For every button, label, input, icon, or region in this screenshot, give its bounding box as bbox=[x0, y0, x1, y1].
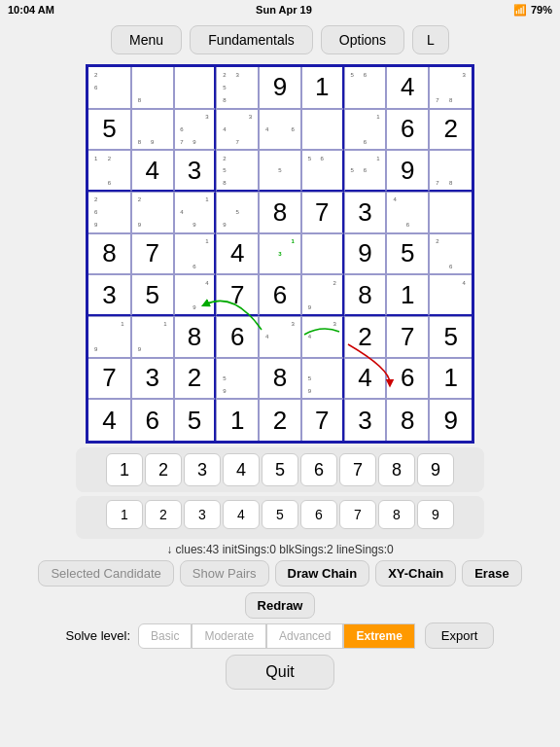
num-btn-small-1[interactable]: 1 bbox=[106, 500, 143, 529]
num-btn-small-4[interactable]: 4 bbox=[223, 500, 260, 529]
sudoku-cell-r0c4[interactable]: 9 bbox=[259, 67, 301, 109]
sudoku-cell-r3c7[interactable]: 46 bbox=[386, 192, 429, 233]
level-extreme-button[interactable]: Extreme bbox=[343, 623, 414, 649]
sudoku-cell-r0c1[interactable]: 8 bbox=[131, 67, 174, 109]
sudoku-cell-r4c5[interactable] bbox=[301, 233, 344, 275]
sudoku-cell-r3c2[interactable]: 149 bbox=[174, 192, 217, 233]
sudoku-cell-r5c1[interactable]: 5 bbox=[131, 274, 174, 316]
sudoku-cell-r5c7[interactable]: 1 bbox=[386, 274, 429, 316]
sudoku-cell-r6c6[interactable]: 2 bbox=[344, 316, 387, 358]
num-btn-small-9[interactable]: 9 bbox=[417, 500, 454, 529]
sudoku-cell-r4c7[interactable]: 5 bbox=[386, 233, 429, 275]
sudoku-cell-r5c5[interactable]: 29 bbox=[301, 274, 344, 316]
level-button[interactable]: L bbox=[412, 25, 449, 54]
sudoku-cell-r7c2[interactable]: 2 bbox=[174, 358, 217, 400]
num-btn-large-9[interactable]: 9 bbox=[417, 453, 454, 486]
sudoku-cell-r4c3[interactable]: 4 bbox=[216, 233, 259, 275]
sudoku-cell-r7c6[interactable]: 4 bbox=[344, 358, 387, 400]
num-btn-large-8[interactable]: 8 bbox=[378, 453, 415, 486]
sudoku-cell-r8c3[interactable]: 1 bbox=[216, 399, 259, 441]
sudoku-cell-r2c0[interactable]: 126 bbox=[88, 150, 131, 192]
sudoku-cell-r4c8[interactable]: 26 bbox=[429, 233, 472, 275]
sudoku-cell-r1c3[interactable]: 347 bbox=[216, 109, 259, 151]
sudoku-cell-r6c3[interactable]: 6 bbox=[216, 316, 259, 358]
sudoku-cell-r2c7[interactable]: 9 bbox=[386, 150, 429, 192]
num-btn-large-2[interactable]: 2 bbox=[145, 453, 182, 486]
sudoku-cell-r8c1[interactable]: 6 bbox=[131, 399, 174, 441]
sudoku-cell-r8c5[interactable]: 7 bbox=[301, 399, 344, 441]
sudoku-cell-r0c8[interactable]: 378 bbox=[429, 67, 472, 109]
show-pairs-button[interactable]: Show Pairs bbox=[180, 560, 269, 587]
selected-candidate-button[interactable]: Selected Candidate bbox=[38, 560, 173, 587]
sudoku-cell-r0c3[interactable]: 2358 bbox=[216, 67, 259, 109]
num-btn-small-2[interactable]: 2 bbox=[145, 500, 182, 529]
level-advanced-button[interactable]: Advanced bbox=[266, 623, 343, 649]
sudoku-cell-r3c4[interactable]: 8 bbox=[259, 192, 301, 233]
sudoku-cell-r5c4[interactable]: 6 bbox=[259, 274, 301, 316]
sudoku-cell-r8c0[interactable]: 4 bbox=[88, 399, 131, 441]
sudoku-cell-r1c8[interactable]: 2 bbox=[429, 109, 472, 151]
sudoku-cell-r6c4[interactable]: 34 bbox=[259, 316, 301, 358]
num-btn-large-5[interactable]: 5 bbox=[262, 453, 298, 486]
sudoku-cell-r2c4[interactable]: 5 bbox=[259, 150, 301, 192]
sudoku-cell-r4c1[interactable]: 7 bbox=[131, 233, 174, 275]
redraw-button[interactable]: Redraw bbox=[245, 592, 316, 619]
sudoku-cell-r7c3[interactable]: 59 bbox=[216, 358, 259, 400]
sudoku-cell-r7c1[interactable]: 3 bbox=[131, 358, 174, 400]
num-btn-small-8[interactable]: 8 bbox=[378, 500, 415, 529]
num-btn-small-7[interactable]: 7 bbox=[339, 500, 376, 529]
sudoku-cell-r8c6[interactable]: 3 bbox=[344, 399, 387, 441]
sudoku-cell-r2c3[interactable]: 258 bbox=[216, 150, 259, 192]
sudoku-cell-r5c8[interactable]: 4 bbox=[429, 274, 472, 316]
sudoku-cell-r2c8[interactable]: 78 bbox=[429, 150, 472, 192]
sudoku-cell-r1c1[interactable]: 89 bbox=[131, 109, 174, 151]
sudoku-cell-r2c1[interactable]: 4 bbox=[131, 150, 174, 192]
sudoku-cell-r6c1[interactable]: 19 bbox=[131, 316, 174, 358]
sudoku-cell-r1c4[interactable]: 46 bbox=[259, 109, 301, 151]
sudoku-cell-r0c0[interactable]: 26 bbox=[88, 67, 131, 109]
draw-chain-button[interactable]: Draw Chain bbox=[275, 560, 370, 587]
sudoku-cell-r6c2[interactable]: 8 bbox=[174, 316, 217, 358]
sudoku-cell-r3c5[interactable]: 7 bbox=[301, 192, 344, 233]
xy-chain-button[interactable]: XY-Chain bbox=[375, 560, 456, 587]
sudoku-cell-r2c2[interactable]: 3 bbox=[174, 150, 217, 192]
sudoku-cell-r6c5[interactable]: 34 bbox=[301, 316, 344, 358]
num-btn-large-6[interactable]: 6 bbox=[300, 453, 337, 486]
sudoku-cell-r8c8[interactable]: 9 bbox=[429, 399, 472, 441]
sudoku-cell-r8c4[interactable]: 2 bbox=[259, 399, 301, 441]
sudoku-cell-r5c3[interactable]: 7 bbox=[216, 274, 259, 316]
sudoku-cell-r3c0[interactable]: 269 bbox=[88, 192, 131, 233]
sudoku-cell-r1c0[interactable]: 5 bbox=[88, 109, 131, 151]
sudoku-cell-r7c5[interactable]: 59 bbox=[301, 358, 344, 400]
sudoku-cell-r6c0[interactable]: 19 bbox=[88, 316, 131, 358]
sudoku-cell-r6c7[interactable]: 7 bbox=[386, 316, 429, 358]
sudoku-cell-r6c8[interactable]: 5 bbox=[429, 316, 472, 358]
sudoku-cell-r0c5[interactable]: 1 bbox=[301, 67, 344, 109]
sudoku-cell-r7c0[interactable]: 7 bbox=[88, 358, 131, 400]
sudoku-cell-r0c2[interactable] bbox=[174, 67, 217, 109]
sudoku-cell-r8c7[interactable]: 8 bbox=[386, 399, 429, 441]
options-button[interactable]: Options bbox=[321, 25, 404, 54]
sudoku-cell-r3c8[interactable] bbox=[429, 192, 472, 233]
num-btn-small-6[interactable]: 6 bbox=[300, 500, 337, 529]
sudoku-cell-r7c8[interactable]: 1 bbox=[429, 358, 472, 400]
sudoku-cell-r4c4[interactable]: 13 bbox=[259, 233, 301, 275]
sudoku-cell-r4c0[interactable]: 8 bbox=[88, 233, 131, 275]
sudoku-cell-r8c2[interactable]: 5 bbox=[174, 399, 217, 441]
sudoku-cell-r7c7[interactable]: 6 bbox=[386, 358, 429, 400]
sudoku-cell-r1c5[interactable] bbox=[301, 109, 344, 151]
sudoku-cell-r4c6[interactable]: 9 bbox=[344, 233, 387, 275]
sudoku-cell-r3c1[interactable]: 29 bbox=[131, 192, 174, 233]
sudoku-cell-r0c6[interactable]: 56 bbox=[344, 67, 387, 109]
sudoku-cell-r2c5[interactable]: 56 bbox=[301, 150, 344, 192]
sudoku-cell-r4c2[interactable]: 16 bbox=[174, 233, 217, 275]
level-basic-button[interactable]: Basic bbox=[138, 623, 192, 649]
erase-button[interactable]: Erase bbox=[462, 560, 521, 587]
sudoku-cell-r0c7[interactable]: 4 bbox=[386, 67, 429, 109]
sudoku-cell-r2c6[interactable]: 156 bbox=[344, 150, 387, 192]
sudoku-cell-r5c2[interactable]: 49 bbox=[174, 274, 217, 316]
sudoku-cell-r7c4[interactable]: 8 bbox=[259, 358, 301, 400]
sudoku-cell-r1c2[interactable]: 3679 bbox=[174, 109, 217, 151]
level-moderate-button[interactable]: Moderate bbox=[192, 623, 266, 649]
num-btn-large-3[interactable]: 3 bbox=[184, 453, 221, 486]
